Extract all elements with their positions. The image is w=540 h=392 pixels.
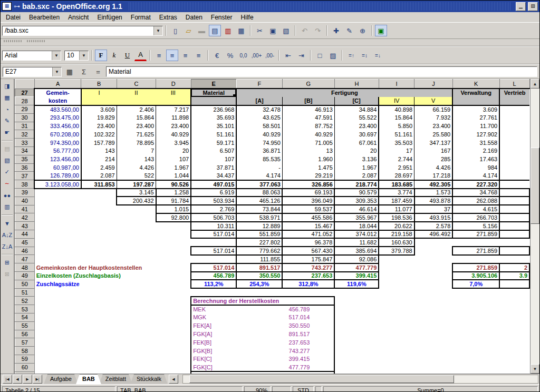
row-header-47[interactable]: 47	[15, 255, 34, 263]
cell[interactable]: 456.789	[191, 272, 236, 280]
font-size-value[interactable]: 10	[65, 52, 79, 59]
cell[interactable]	[499, 172, 529, 180]
cell[interactable]: 347.137	[414, 139, 453, 147]
cell[interactable]: 187.459	[379, 197, 414, 205]
align-center-button[interactable]: ≡	[166, 50, 178, 61]
equals-icon[interactable]: =	[92, 66, 104, 77]
edit-mode-button[interactable]: ▤	[209, 25, 221, 36]
cell[interactable]	[499, 113, 529, 122]
cell[interactable]: 312,8%	[282, 280, 334, 288]
url-dropdown-icon[interactable]: ▼	[153, 26, 162, 35]
row-header-49[interactable]: 49	[15, 272, 34, 280]
cell[interactable]: 266.703	[452, 213, 499, 222]
cell[interactable]: 59.171	[191, 139, 236, 147]
cell[interactable]: 23.400	[156, 122, 191, 130]
cell[interactable]: 29.219	[282, 172, 334, 180]
cell[interactable]	[499, 230, 529, 239]
cell[interactable]: 3.136	[334, 155, 379, 163]
last-sheet-icon[interactable]: ▶|	[33, 375, 42, 384]
cell[interactable]: 4.426	[117, 163, 156, 172]
cell[interactable]: 271.859	[452, 263, 499, 272]
cell[interactable]: FGK[B]	[191, 347, 282, 355]
cell[interactable]	[499, 105, 529, 114]
font-color-button[interactable]: A	[134, 50, 147, 61]
toolbar-grip[interactable]	[4, 40, 22, 42]
cell[interactable]: 37	[414, 205, 453, 213]
cell[interactable]: 2.459	[81, 163, 117, 172]
cell[interactable]: Einzelkosten (Zuschlagsbasis)	[34, 272, 191, 280]
cell[interactable]: 7,0%	[452, 280, 499, 288]
cell[interactable]: 517.014	[191, 230, 236, 239]
col-header-L[interactable]: L	[499, 80, 529, 89]
zoom-panel[interactable]: 90%	[244, 386, 271, 392]
row-header-34[interactable]: 34	[15, 147, 34, 155]
cell[interactable]: 465.126	[236, 197, 282, 205]
cell[interactable]: 350.550	[236, 272, 282, 280]
insert-cells-icon[interactable]: ▦	[1, 92, 13, 103]
cell[interactable]	[34, 313, 191, 322]
sort-ascending-icon[interactable]: A↓Z	[1, 229, 13, 240]
minimize-button[interactable]: ▁	[516, 2, 526, 11]
form-controls-icon[interactable]: ☛	[1, 127, 13, 138]
stylist-button[interactable]: ✎	[343, 25, 355, 36]
row-header-43[interactable]: 43	[15, 222, 34, 230]
menu-fenster[interactable]: Fenster	[207, 13, 237, 22]
copy-button[interactable]: ▣	[267, 25, 279, 36]
cell[interactable]: 113,2%	[191, 280, 236, 288]
cell[interactable]: 3.609	[452, 105, 499, 114]
row-header-48[interactable]: 48	[15, 263, 34, 272]
cell[interactable]: 71.005	[282, 139, 334, 147]
cell[interactable]: 4.174	[236, 172, 282, 180]
cell[interactable]: 78.895	[117, 139, 156, 147]
cell[interactable]: 10.311	[191, 222, 236, 230]
cell[interactable]: 1.967	[156, 163, 191, 172]
cell[interactable]	[34, 230, 191, 239]
spellcheck-icon[interactable]: ✓	[1, 166, 13, 178]
cell[interactable]: 2.578	[414, 222, 453, 230]
cell[interactable]: 46.614	[334, 205, 379, 213]
cell[interactable]	[379, 263, 452, 272]
cell[interactable]	[34, 222, 191, 230]
sheet-tab-bab[interactable]: BAB	[76, 374, 101, 384]
cell[interactable]: 350.550	[282, 321, 334, 330]
tab-split-icon[interactable]: ◀	[169, 375, 178, 384]
gallery-button[interactable]: ▣	[375, 25, 387, 36]
justify-button[interactable]: ≡	[192, 50, 205, 61]
cell[interactable]: 2.769	[191, 205, 236, 213]
cell[interactable]	[499, 222, 529, 230]
url-value[interactable]: /bab.sxc	[3, 27, 153, 34]
cell[interactable]: 18.044	[334, 222, 379, 230]
cell[interactable]: 200.432	[117, 197, 156, 205]
cell[interactable]: 477.779	[334, 263, 379, 272]
cell[interactable]: 85.535	[236, 155, 282, 163]
window-menu-icon[interactable]: ▦	[2, 2, 12, 11]
cell[interactable]: Verwaltung	[452, 89, 499, 97]
cell[interactable]: 3.609	[81, 105, 117, 114]
cell[interactable]	[499, 122, 529, 130]
cell[interactable]: 23.400	[117, 122, 156, 130]
cell[interactable]: 1.573	[414, 189, 453, 197]
cell[interactable]: 2	[499, 263, 529, 272]
col-header-A[interactable]: A	[34, 80, 81, 89]
cell[interactable]: FEK[A]	[191, 321, 282, 330]
cell[interactable]: 167	[414, 147, 453, 155]
grid-corner[interactable]	[15, 80, 34, 89]
cell[interactable]: 51.161	[191, 130, 236, 139]
col-header-B[interactable]: B	[81, 80, 117, 89]
cell-reference-box[interactable]: E27 ▼	[3, 67, 62, 77]
cell[interactable]: 311.853	[81, 180, 117, 189]
cell[interactable]: [C]	[334, 97, 379, 105]
insert-chart-icon[interactable]: ◔	[1, 104, 13, 115]
menu-einfügen[interactable]: Einfügen	[93, 13, 126, 22]
sum-panel[interactable]: Summe=0	[323, 386, 538, 392]
row-header-42[interactable]: 42	[15, 213, 34, 222]
cell[interactable]: 126.789,00	[34, 172, 81, 180]
cell[interactable]: 73.844	[236, 205, 282, 213]
row-header-37[interactable]: 37	[15, 172, 34, 180]
cell[interactable]: 13	[282, 147, 334, 155]
cell[interactable]: 1.967	[334, 163, 379, 172]
sort-descending-icon[interactable]: Z↓A	[1, 241, 13, 252]
cell[interactable]: 456.789	[282, 305, 334, 313]
cell[interactable]: 15.864	[117, 113, 156, 122]
vertical-scrollbar[interactable]: ▲ ▼	[530, 79, 539, 374]
